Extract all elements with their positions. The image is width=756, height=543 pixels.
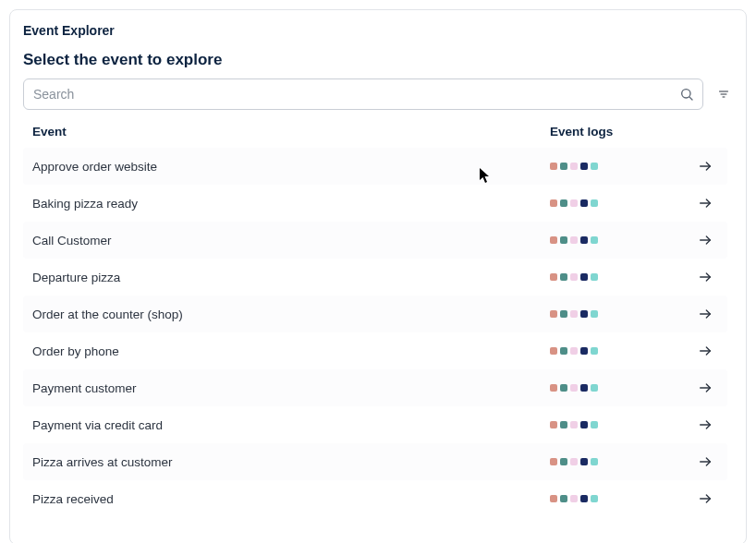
log-dot [550, 163, 557, 170]
log-dot [580, 273, 588, 281]
arrow-right-icon [698, 307, 713, 321]
arrow-right-icon [698, 233, 713, 247]
row-arrow-button[interactable] [698, 344, 718, 358]
row-arrow-button[interactable] [698, 270, 718, 284]
log-dot [560, 273, 567, 281]
log-dot [550, 273, 557, 281]
log-dot [550, 347, 557, 355]
table-row[interactable]: Payment via credit card [23, 406, 727, 443]
log-dot [580, 384, 588, 392]
row-arrow-button[interactable] [698, 159, 718, 174]
search-button[interactable] [677, 85, 696, 103]
event-name: Order at the counter (shop) [32, 308, 550, 321]
log-dot [570, 347, 578, 355]
log-dot [560, 458, 567, 465]
log-dot [570, 384, 578, 392]
arrow-right-icon [698, 159, 713, 174]
table-row[interactable]: Order by phone [23, 332, 727, 369]
log-dot [560, 384, 567, 392]
row-arrow-button[interactable] [698, 233, 718, 247]
event-logs [550, 310, 670, 318]
log-dot [560, 199, 567, 207]
table-row[interactable]: Pizza received [23, 480, 727, 517]
arrow-right-icon [698, 491, 713, 506]
event-rows: Approve order websiteBaking pizza readyC… [23, 148, 727, 517]
row-arrow-button[interactable] [698, 417, 718, 432]
row-arrow-button[interactable] [698, 196, 718, 211]
event-name: Departure pizza [32, 271, 550, 284]
log-dot [570, 421, 578, 428]
log-dot [550, 384, 557, 392]
log-dot [560, 236, 567, 244]
row-arrow-button[interactable] [698, 307, 718, 321]
row-arrow-button[interactable] [698, 380, 718, 395]
table-row[interactable]: Pizza arrives at customer [23, 443, 727, 480]
log-dot [550, 495, 557, 502]
row-arrow-button[interactable] [698, 491, 718, 506]
table-row[interactable]: Call Customer [23, 222, 727, 259]
log-dot [591, 384, 598, 392]
log-dot [570, 310, 578, 318]
event-logs [550, 495, 670, 502]
event-name: Pizza arrives at customer [32, 455, 550, 469]
event-explorer-panel: Event Explorer Select the event to explo… [9, 9, 747, 543]
event-name: Payment via credit card [32, 418, 550, 432]
log-dot [591, 495, 598, 502]
log-dot [550, 310, 557, 318]
log-dot [580, 421, 588, 428]
event-name: Pizza received [32, 492, 550, 506]
arrow-right-icon [698, 344, 713, 358]
event-table[interactable]: Event Event logs Approve order websiteBa… [23, 119, 733, 525]
log-dot [550, 458, 557, 465]
arrow-right-icon [698, 417, 713, 432]
search-icon [679, 87, 694, 102]
event-logs [550, 384, 670, 392]
svg-point-0 [682, 90, 690, 98]
column-logs: Event logs [550, 125, 670, 139]
log-dot [591, 347, 598, 355]
event-logs [550, 236, 670, 244]
event-name: Baking pizza ready [32, 197, 550, 211]
event-logs [550, 273, 670, 281]
log-dot [580, 347, 588, 355]
log-dot [560, 310, 567, 318]
log-dot [591, 421, 598, 428]
event-name: Order by phone [32, 344, 550, 358]
filter-button[interactable] [714, 83, 733, 105]
table-row[interactable]: Order at the counter (shop) [23, 296, 727, 332]
arrow-right-icon [698, 380, 713, 395]
column-headers: Event Event logs [23, 119, 727, 148]
table-row[interactable]: Baking pizza ready [23, 185, 727, 222]
event-name: Call Customer [32, 234, 550, 247]
column-event: Event [32, 125, 550, 139]
panel-title: Event Explorer [23, 23, 733, 38]
log-dot [580, 458, 588, 465]
log-dot [570, 273, 578, 281]
event-logs [550, 163, 670, 170]
log-dot [580, 163, 588, 170]
log-dot [591, 199, 598, 207]
log-dot [591, 236, 598, 244]
svg-line-1 [689, 97, 692, 100]
row-arrow-button[interactable] [698, 454, 718, 469]
event-logs [550, 421, 670, 428]
log-dot [580, 199, 588, 207]
log-dot [560, 347, 567, 355]
log-dot [570, 163, 578, 170]
search-input[interactable] [23, 78, 703, 110]
log-dot [570, 495, 578, 502]
log-dot [570, 458, 578, 465]
log-dot [550, 199, 557, 207]
log-dot [570, 199, 578, 207]
arrow-right-icon [698, 454, 713, 469]
log-dot [580, 236, 588, 244]
table-row[interactable]: Departure pizza [23, 259, 727, 296]
log-dot [580, 495, 588, 502]
log-dot [591, 273, 598, 281]
search-row [23, 78, 733, 110]
log-dot [591, 310, 598, 318]
table-row[interactable]: Approve order website [23, 148, 727, 185]
event-name: Approve order website [32, 160, 550, 174]
event-logs [550, 199, 670, 207]
table-row[interactable]: Payment customer [23, 369, 727, 406]
